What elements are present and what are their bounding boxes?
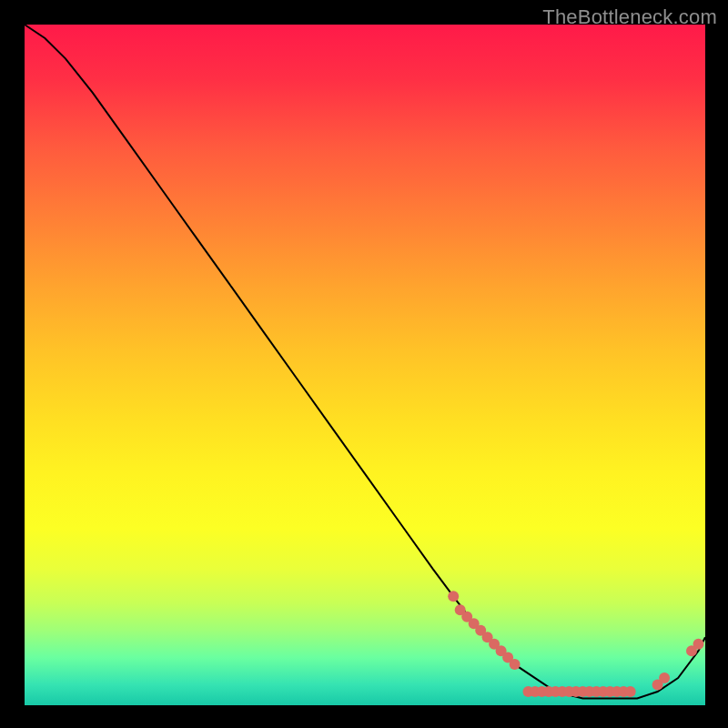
plot-overlay (25, 25, 705, 705)
highlight-dot (448, 591, 459, 602)
plot-area (25, 25, 705, 705)
chart-container: TheBottleneck.com (0, 0, 728, 728)
highlight-dot (510, 659, 521, 670)
highlight-dot (625, 686, 636, 697)
highlight-dot (659, 672, 670, 683)
highlight-dots-group (448, 591, 703, 697)
bottleneck-curve-line (25, 25, 705, 699)
highlight-dot (693, 639, 704, 650)
